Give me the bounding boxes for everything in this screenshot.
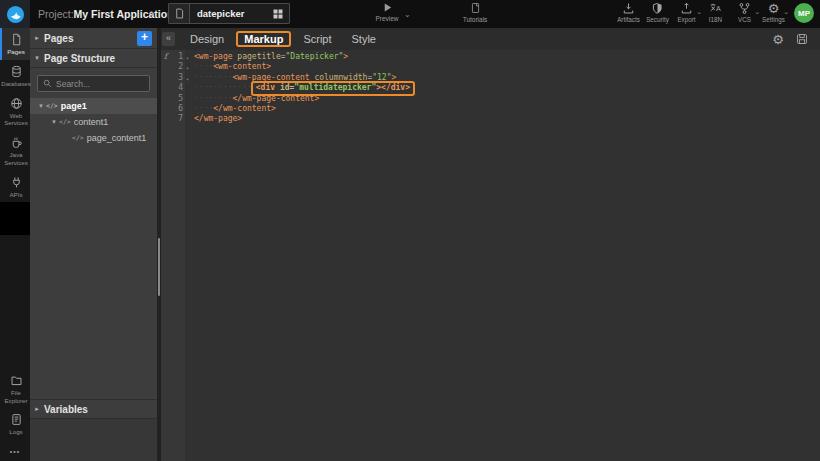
code-token: pagetitle [237,52,280,61]
sidebar-item-apis[interactable]: APIs [0,171,30,203]
pages-section-header[interactable]: ▸ Pages + [30,28,157,49]
tab-design[interactable]: Design [182,31,232,47]
page-structure-label: Page Structure [44,53,115,64]
preview-chevron-icon[interactable]: ⌄ [404,10,411,19]
sidebar-item-web-services[interactable]: Web Services [0,92,30,132]
code-token: id [280,83,290,92]
tree-item-label: content1 [74,117,109,127]
security-button[interactable]: Security [643,2,672,23]
variables-section-label: Variables [44,404,88,415]
panel-footer-area [30,419,157,461]
tree-item-label: page1 [61,101,87,111]
editor-actions: ⚙ [772,33,820,46]
rail-divider-block [0,202,30,235]
gutter-line-number: 2▾ [161,62,185,72]
indent-whitespace: ···· [194,62,213,71]
fold-caret-icon[interactable]: ▾ [186,53,189,63]
preview-label: Preview [375,15,398,22]
topbar-item-label: VCS [738,16,751,23]
project-name: My First Application [74,8,174,20]
project-label: Project: [38,8,74,20]
tab-style[interactable]: Style [344,31,384,47]
editor-tab-bar: « DesignMarkupScriptStyle ⚙ [161,28,820,50]
code-token: </wm-page-content> [233,94,320,103]
code-text: ········</wm-page-content> [185,94,319,104]
artifacts-button[interactable]: Artifacts [614,2,643,23]
tutorials-button[interactable]: Tutorials [458,2,492,23]
code-line-5[interactable]: 5········</wm-page-content> [161,94,820,104]
sidebar-item-label: Java Services [2,151,30,167]
gutter-line-number: 4 [161,83,185,93]
structure-expand-caret-icon[interactable]: ▾ [30,54,44,62]
fold-caret-icon[interactable]: ▾ [186,74,189,84]
code-line-2[interactable]: 2▾····<wm-content> [161,62,820,72]
user-avatar[interactable]: MP [794,3,814,23]
indent-whitespace: ········ [194,94,233,103]
tutorials-label: Tutorials [463,16,488,23]
sidebar-item-java-services[interactable]: Java Services [0,131,30,171]
code-text: <wm-page pagetitle="Datepicker"> [185,52,348,62]
variables-collapse-caret-icon[interactable]: ▸ [30,405,44,413]
gutter-line-number: 7 [161,114,185,124]
code-line-4[interactable]: 4············<div id="multidatepicker"><… [161,83,820,93]
sidebar-item-label: APIs [9,191,22,199]
tree-expand-caret-icon[interactable]: ▼ [49,119,59,125]
sidebar-item-pages[interactable]: Pages [0,28,30,60]
sidebar-item-file-explorer[interactable]: File Explorer [0,369,30,409]
tree-expand-caret-icon[interactable]: ▼ [36,103,46,109]
search-icon [43,79,52,88]
page-tab-datepicker[interactable]: datepicker [168,3,290,24]
code-token: <wm-content> [213,62,271,71]
page-structure-header[interactable]: ▾ Page Structure [30,49,157,68]
tree-item-content1[interactable]: ▼</>content1 [30,114,157,130]
gutter-line-number: 3▾ [161,73,185,83]
more-options-button[interactable]: ••• [0,440,30,461]
sidebar-item-logs[interactable]: Logs [0,408,30,440]
pages-panel: ▸ Pages + ▾ Page Structure ▼</>page1▼</>… [30,28,157,461]
save-icon[interactable] [796,33,808,45]
tutorials-icon [470,2,481,14]
editor-region: « DesignMarkupScriptStyle ⚙ f1▾<wm-page … [161,28,820,461]
wavemaker-logo[interactable] [0,0,30,28]
tree-item-page1[interactable]: ▼</>page1 [30,98,157,114]
markup-code-editor[interactable]: f1▾<wm-page pagetitle="Datepicker">2▾···… [161,50,820,461]
code-line-7[interactable]: 7</wm-page> [161,114,820,124]
indent-whitespace: ········ [194,73,233,82]
code-line-1[interactable]: f1▾<wm-page pagetitle="Datepicker"> [161,52,820,62]
grid-view-icon[interactable] [272,8,284,20]
chevron-down-icon: ⌄ [783,8,789,16]
code-line-6[interactable]: 6····</wm-content> [161,104,820,114]
code-token: </wm-page> [194,114,242,123]
topbar-item-label: Security [646,16,669,23]
tab-script[interactable]: Script [295,31,339,47]
widget-code-icon: </> [46,102,58,110]
topbar-item-label: Settings [762,16,785,23]
pages-collapse-caret-icon[interactable]: ▸ [30,34,44,42]
code-token: <div [256,83,275,92]
i18n-button[interactable]: AI18N [701,2,730,23]
fold-caret-icon[interactable]: ▾ [186,63,189,73]
page-settings-gear-icon[interactable]: ⚙ [772,33,784,46]
resize-handle[interactable] [158,238,160,296]
topbar-item-label: Artifacts [617,16,640,23]
web-services-icon [10,97,23,110]
page-tab-label: datepicker [190,8,272,19]
code-token: > [343,52,348,61]
variables-section-header[interactable]: ▸ Variables [30,399,157,419]
settings-button[interactable]: ⚙Settings⌄ [759,2,788,23]
tree-item-page_content1[interactable]: </>page_content1 [30,130,157,146]
page-structure-tree: ▼</>page1▼</>content1</>page_content1 [30,98,157,146]
sidebar-item-databases[interactable]: Databases [0,60,30,92]
preview-button[interactable]: Preview [370,2,404,22]
tab-markup[interactable]: Markup [236,31,291,47]
structure-search-box[interactable] [37,75,150,92]
export-button[interactable]: Export⌄ [672,2,701,23]
topbar-right-actions: ArtifactsSecurityExport⌄AI18NVCS⌄⚙Settin… [614,2,814,23]
gutter-line-number: 5 [161,94,185,104]
vcs-button[interactable]: VCS⌄ [730,2,759,23]
code-token: </wm-content> [213,104,276,113]
search-input[interactable] [56,79,144,89]
panel-resize-divider[interactable] [157,28,161,461]
add-page-button[interactable]: + [137,31,152,46]
collapse-panel-button[interactable]: « [162,32,175,46]
